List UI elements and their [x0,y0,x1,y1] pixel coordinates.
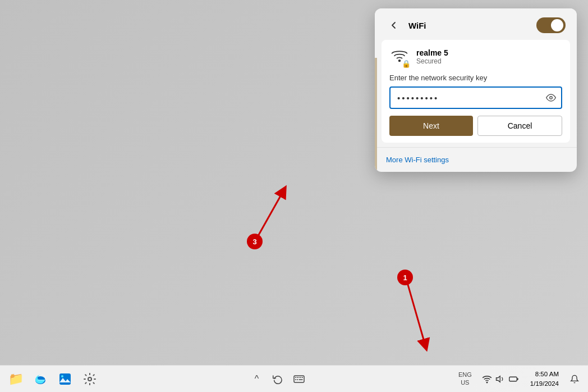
annotation-1: 1 [382,270,449,362]
svg-rect-3 [59,373,71,385]
taskbar-chevron[interactable]: ^ [246,369,267,389]
wifi-toggle[interactable] [536,17,566,33]
next-button[interactable]: Next [389,116,473,136]
cancel-button[interactable]: Cancel [477,116,562,136]
taskbar-right: ENGUS 8:50 AM [455,368,584,390]
clock-date: 1/19/2024 [530,379,559,388]
svg-point-1 [550,97,553,99]
svg-marker-17 [496,376,500,382]
show-password-button[interactable] [541,88,561,108]
taskbar-rotate[interactable] [268,369,288,389]
network-item[interactable]: 🔒 realme 5 Secured Enter the network sec… [382,40,570,143]
taskbar-edge[interactable] [29,368,52,390]
badge-3: 3 [247,234,263,249]
toggle-track [536,17,566,33]
svg-point-0 [398,60,401,62]
taskbar-settings[interactable] [79,368,101,390]
taskbar-system-tray: ^ [246,369,309,389]
panel-accent [375,58,377,172]
wifi-icon-container: 🔒 [389,47,410,67]
clock-time: 8:50 AM [535,370,559,379]
taskbar: 📁 [0,365,588,392]
svg-point-6 [88,377,91,381]
taskbar-file-explorer[interactable]: 📁 [4,368,27,390]
back-button[interactable] [386,17,402,33]
desktop: WiFi 🔒 [0,0,588,392]
panel-title: WiFi [408,21,426,30]
taskbar-photos[interactable] [54,368,76,390]
network-status: Secured [416,57,448,65]
button-row: Next Cancel [389,116,562,136]
panel-header-left: WiFi [386,17,426,33]
taskbar-quick-settings[interactable] [477,368,523,390]
taskbar-ime[interactable]: ENGUS [455,369,475,389]
password-input[interactable] [391,89,541,107]
panel-header: WiFi [375,8,577,40]
toggle-thumb [551,19,563,31]
svg-rect-18 [509,377,517,381]
lock-icon: 🔒 [402,60,411,68]
svg-point-5 [61,375,63,377]
password-field [389,86,562,109]
taskbar-keyboard[interactable] [289,369,309,389]
svg-point-16 [486,382,488,383]
notification-bell[interactable] [566,370,584,388]
network-info: realme 5 Secured [416,48,448,65]
svg-rect-7 [294,376,304,382]
wifi-panel: WiFi 🔒 [375,8,577,172]
badge-1: 1 [397,270,413,285]
annotation-3: 3 [241,174,309,249]
more-wifi-settings[interactable]: More Wi-Fi settings [375,147,577,172]
network-name: realme 5 [416,48,448,57]
taskbar-apps: 📁 [4,368,101,390]
security-label: Enter the network security key [389,74,562,82]
network-header: 🔒 realme 5 Secured [389,47,562,67]
taskbar-clock[interactable]: 8:50 AM 1/19/2024 [526,368,563,390]
